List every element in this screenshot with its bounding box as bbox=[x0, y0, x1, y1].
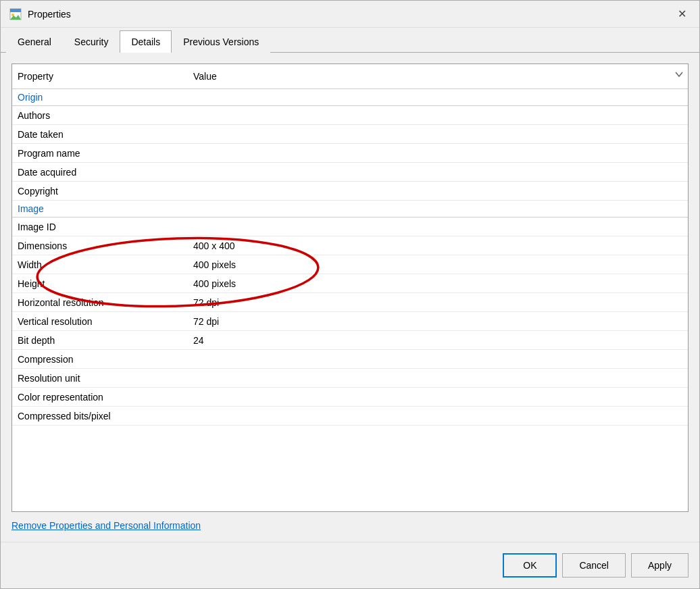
apply-button[interactable]: Apply bbox=[631, 553, 689, 578]
titlebar-left: Properties bbox=[9, 7, 71, 21]
row-authors: Authors bbox=[12, 106, 688, 125]
prop-date-acquired: Date acquired bbox=[18, 167, 193, 178]
prop-image-id: Image ID bbox=[18, 222, 193, 232]
section-image-title: Image bbox=[18, 203, 193, 214]
properties-table: Property Value Origin Authors bbox=[11, 63, 689, 512]
row-compression: Compression bbox=[12, 350, 688, 369]
prop-height: Height bbox=[18, 278, 193, 289]
row-program-name: Program name bbox=[12, 144, 688, 163]
prop-authors: Authors bbox=[18, 110, 193, 121]
tab-general[interactable]: General bbox=[6, 30, 63, 53]
footer-buttons: OK Cancel Apply bbox=[1, 542, 699, 588]
row-dimensions: Dimensions 400 x 400 bbox=[12, 236, 688, 255]
column-value: Value bbox=[188, 68, 674, 84]
tab-content: Property Value Origin Authors bbox=[1, 53, 699, 542]
val-width: 400 pixels bbox=[193, 259, 682, 270]
prop-date-taken: Date taken bbox=[18, 129, 193, 140]
table-header: Property Value bbox=[12, 64, 688, 89]
tab-details[interactable]: Details bbox=[120, 30, 172, 53]
circled-rows-group: Dimensions 400 x 400 Width 400 pixels He… bbox=[12, 236, 688, 293]
cancel-button[interactable]: Cancel bbox=[562, 553, 626, 578]
remove-link-area: Remove Properties and Personal Informati… bbox=[11, 520, 689, 531]
remove-properties-link[interactable]: Remove Properties and Personal Informati… bbox=[11, 520, 201, 531]
scrollbar-spacer bbox=[674, 68, 688, 84]
ok-button[interactable]: OK bbox=[503, 553, 557, 578]
column-property: Property bbox=[12, 68, 188, 84]
row-resolution-unit: Resolution unit bbox=[12, 369, 688, 388]
prop-vertical-resolution: Vertical resolution bbox=[18, 316, 193, 327]
dialog-title: Properties bbox=[28, 9, 71, 20]
svg-rect-1 bbox=[10, 9, 21, 12]
row-horizontal-resolution: Horizontal resolution 72 dpi bbox=[12, 293, 688, 312]
tab-previous-versions[interactable]: Previous Versions bbox=[172, 30, 270, 53]
row-color-representation: Color representation bbox=[12, 388, 688, 407]
row-vertical-resolution: Vertical resolution 72 dpi bbox=[12, 312, 688, 331]
prop-copyright: Copyright bbox=[18, 186, 193, 197]
prop-program-name: Program name bbox=[18, 148, 193, 159]
row-image-id: Image ID bbox=[12, 217, 688, 236]
tab-security[interactable]: Security bbox=[63, 30, 120, 53]
prop-color-representation: Color representation bbox=[18, 392, 193, 403]
prop-compressed-bits: Compressed bits/pixel bbox=[18, 411, 193, 421]
prop-bit-depth: Bit depth bbox=[18, 335, 193, 346]
row-width: Width 400 pixels bbox=[12, 255, 688, 274]
row-bit-depth: Bit depth 24 bbox=[12, 331, 688, 350]
table-body[interactable]: Origin Authors Date taken Program name D… bbox=[12, 89, 688, 511]
properties-dialog: Properties ✕ General Security Details Pr… bbox=[0, 0, 700, 589]
row-compressed-bits: Compressed bits/pixel bbox=[12, 407, 688, 426]
close-button[interactable]: ✕ bbox=[672, 5, 691, 24]
titlebar: Properties ✕ bbox=[1, 1, 699, 28]
val-vertical-resolution: 72 dpi bbox=[193, 316, 682, 327]
val-horizontal-resolution: 72 dpi bbox=[193, 297, 682, 308]
val-bit-depth: 24 bbox=[193, 335, 682, 346]
image-file-icon bbox=[9, 7, 22, 21]
row-copyright: Copyright bbox=[12, 182, 688, 201]
prop-width: Width bbox=[18, 259, 193, 270]
tabs-container: General Security Details Previous Versio… bbox=[1, 30, 699, 53]
row-date-acquired: Date acquired bbox=[12, 163, 688, 182]
prop-dimensions: Dimensions bbox=[18, 240, 193, 251]
section-origin-header: Origin bbox=[12, 89, 688, 106]
row-date-taken: Date taken bbox=[12, 125, 688, 144]
val-height: 400 pixels bbox=[193, 278, 682, 289]
prop-horizontal-resolution: Horizontal resolution bbox=[18, 297, 193, 308]
row-height: Height 400 pixels bbox=[12, 274, 688, 293]
prop-resolution-unit: Resolution unit bbox=[18, 373, 193, 384]
val-dimensions: 400 x 400 bbox=[193, 240, 682, 251]
prop-compression: Compression bbox=[18, 354, 193, 365]
section-origin-title: Origin bbox=[18, 92, 193, 103]
section-image-header: Image bbox=[12, 201, 688, 217]
